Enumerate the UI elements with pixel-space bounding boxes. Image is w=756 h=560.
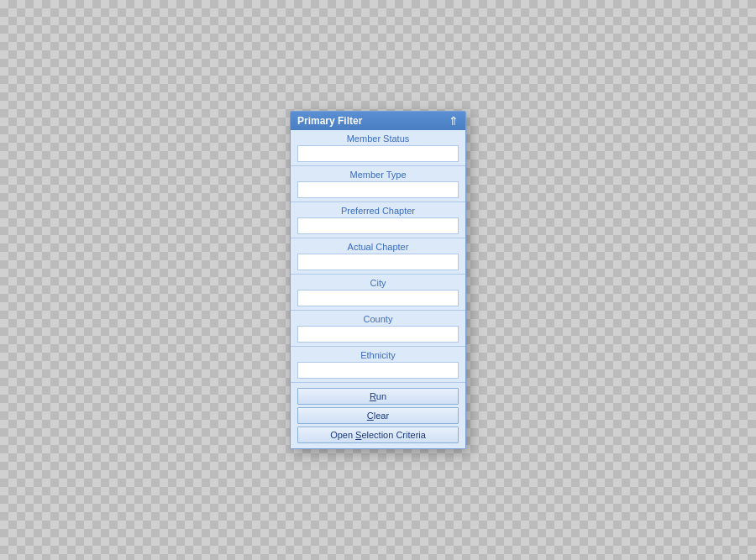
- member-status-group: Member Status: [291, 130, 465, 165]
- clear-label: Clear: [367, 411, 389, 421]
- city-group: City: [291, 275, 465, 310]
- preferred-chapter-group: Preferred Chapter: [291, 202, 465, 238]
- collapse-icon[interactable]: ⇑: [449, 115, 459, 127]
- clear-button[interactable]: Clear: [297, 407, 459, 424]
- ethnicity-group: Ethnicity: [291, 347, 465, 382]
- panel-header: Primary Filter ⇑: [291, 112, 465, 130]
- member-status-input[interactable]: [297, 145, 459, 162]
- preferred-chapter-label: Preferred Chapter: [297, 206, 459, 216]
- primary-filter-panel: Primary Filter ⇑ Member Status Member Ty…: [290, 111, 466, 449]
- panel-title: Primary Filter: [297, 115, 362, 127]
- panel-body: Member Status Member Type Preferred Chap…: [291, 130, 465, 448]
- member-type-label: Member Type: [297, 170, 459, 180]
- actual-chapter-label: Actual Chapter: [297, 242, 459, 252]
- open-selection-button[interactable]: Open Selection Criteria: [297, 427, 459, 443]
- county-group: County: [291, 311, 465, 346]
- buttons-section: Run Clear Open Selection Criteria: [291, 383, 465, 448]
- ethnicity-input[interactable]: [297, 362, 459, 379]
- actual-chapter-group: Actual Chapter: [291, 238, 465, 274]
- member-type-group: Member Type: [291, 166, 465, 201]
- city-label: City: [297, 278, 459, 288]
- city-input[interactable]: [297, 290, 459, 306]
- county-input[interactable]: [297, 326, 459, 343]
- run-label: Run: [370, 391, 386, 401]
- member-type-input[interactable]: [297, 181, 459, 198]
- panel-wrapper: Primary Filter ⇑ Member Status Member Ty…: [290, 111, 466, 449]
- ethnicity-label: Ethnicity: [297, 350, 459, 360]
- actual-chapter-input[interactable]: [297, 254, 459, 270]
- preferred-chapter-input[interactable]: [297, 217, 459, 234]
- county-label: County: [297, 314, 459, 324]
- open-selection-label: Open Selection Criteria: [330, 430, 426, 440]
- run-button[interactable]: Run: [297, 388, 459, 405]
- member-status-label: Member Status: [297, 133, 459, 144]
